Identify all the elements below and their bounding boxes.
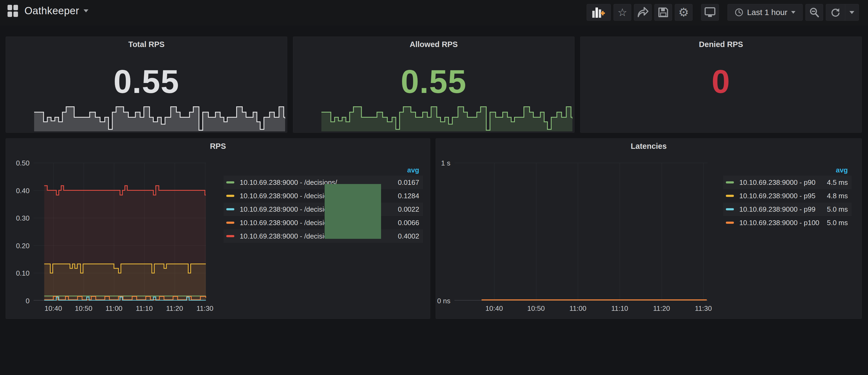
legend-row[interactable]: 10.10.69.238:9000 - p995.0 ms xyxy=(723,202,851,216)
refresh-button-group xyxy=(826,4,859,21)
legend-row[interactable]: 10.10.69.238:9000 - p904.5 ms xyxy=(723,176,851,189)
legend-value: 4.8 ms xyxy=(827,192,848,200)
time-range-label: Last 1 hour xyxy=(747,8,787,17)
panel-title[interactable]: Total RPS xyxy=(6,40,287,49)
x-tick-label: 10:50 xyxy=(527,304,545,313)
legend-value: 5.0 ms xyxy=(827,219,848,227)
zoom-out-icon xyxy=(809,7,819,18)
y-tick-label: 0 xyxy=(6,297,30,305)
y-tick-label: 0.20 xyxy=(6,242,30,250)
legend-series-color[interactable] xyxy=(226,195,234,197)
save-icon xyxy=(658,7,669,18)
panel-title[interactable]: RPS xyxy=(6,142,430,151)
legend-header-avg: avg xyxy=(723,164,851,176)
stat-value: 0.55 xyxy=(293,63,574,100)
y-tick-label: 0.50 xyxy=(6,159,30,167)
star-icon: ☆ xyxy=(618,7,627,18)
legend-label[interactable]: 10.10.69.238:9000 - p100 xyxy=(739,219,822,227)
y-tick-label: 0.30 xyxy=(6,214,30,222)
legend-series-color[interactable] xyxy=(226,208,234,210)
y-tick-label: 0 ns xyxy=(436,297,451,305)
x-tick-label: 11:10 xyxy=(611,304,628,313)
legend-value: 5.0 ms xyxy=(827,205,848,214)
star-button[interactable]: ☆ xyxy=(614,4,631,21)
legend-series-color[interactable] xyxy=(726,222,734,224)
sparkline xyxy=(321,100,572,131)
x-tick-label: 11:20 xyxy=(166,304,183,313)
top-navbar: Oathkeeper ☆ xyxy=(0,0,868,26)
zoom-out-button[interactable] xyxy=(805,4,823,21)
settings-button[interactable]: ⚙ xyxy=(675,4,692,21)
legend-label[interactable]: 10.10.69.238:9000 - p99 xyxy=(739,205,822,214)
dashboard-title[interactable]: Oathkeeper xyxy=(25,5,79,17)
rps-plot-area[interactable] xyxy=(34,163,206,301)
legend-series-color[interactable] xyxy=(726,181,734,184)
panel-denied-rps: Denied RPS 0 xyxy=(580,36,862,133)
legend-row[interactable]: 10.10.69.238:9000 - p1005.0 ms xyxy=(723,216,851,229)
legend-value: 0.1284 xyxy=(398,192,419,200)
dashboard-menu[interactable]: Oathkeeper xyxy=(7,5,88,17)
legend-row[interactable]: 10.10.69.238:9000 - /decisions/0.4002 xyxy=(224,229,423,243)
legend-row[interactable]: 10.10.69.238:9000 - /decisions/0.1284 xyxy=(224,189,423,202)
legend-value: 4.5 ms xyxy=(827,178,848,187)
stat-value: 0.55 xyxy=(6,63,287,100)
x-tick-label: 11:30 xyxy=(695,304,712,313)
add-panel-icon xyxy=(592,6,606,18)
x-tick-label: 11:00 xyxy=(569,304,586,313)
x-tick-label: 11:00 xyxy=(105,304,122,313)
legend-series-color[interactable] xyxy=(226,235,234,237)
chevron-down-icon xyxy=(791,11,796,14)
stat-value: 0 xyxy=(581,63,862,100)
legend-value: 0.4002 xyxy=(398,232,419,241)
latencies-plot-area[interactable] xyxy=(455,163,708,301)
panel-title[interactable]: Allowed RPS xyxy=(293,40,574,49)
legend-label[interactable]: 10.10.69.238:9000 - p95 xyxy=(739,192,822,200)
legend-series-color[interactable] xyxy=(226,222,234,224)
x-tick-label: 11:10 xyxy=(136,304,153,313)
legend-label[interactable]: 10.10.69.238:9000 - p90 xyxy=(739,178,822,187)
legend-series-color[interactable] xyxy=(726,208,734,210)
x-tick-label: 11:20 xyxy=(653,304,670,313)
legend-value: 0.0022 xyxy=(398,205,419,214)
panel-title[interactable]: Denied RPS xyxy=(581,40,862,49)
y-tick-label: 0.40 xyxy=(6,187,30,195)
panel-latencies-graph: Latencies 0 ns1 s 10:4010:5011:0011:1011… xyxy=(436,138,862,319)
time-range-picker[interactable]: Last 1 hour xyxy=(727,4,803,21)
refresh-button[interactable] xyxy=(826,4,845,21)
chevron-down-icon xyxy=(84,9,88,12)
panel-title[interactable]: Latencies xyxy=(436,142,862,151)
panel-allowed-rps: Allowed RPS 0.55 xyxy=(293,36,575,133)
x-tick-label: 10:40 xyxy=(485,304,503,313)
y-tick-label: 1 s xyxy=(436,159,451,167)
x-tick-label: 11:30 xyxy=(196,304,213,313)
legend-series-color[interactable] xyxy=(226,181,234,184)
legend-row[interactable]: 10.10.69.238:9000 - /decisions/0.0022 xyxy=(224,202,423,216)
share-icon xyxy=(637,7,648,18)
x-tick-label: 10:40 xyxy=(44,304,62,313)
add-panel-button[interactable] xyxy=(587,4,611,21)
legend-series-color[interactable] xyxy=(726,195,734,197)
sparkline xyxy=(34,100,285,131)
save-button[interactable] xyxy=(654,4,672,21)
legend-header-avg: avg xyxy=(224,164,423,176)
clock-icon xyxy=(735,8,743,17)
legend-row[interactable]: 10.10.69.238:9000 - p954.8 ms xyxy=(723,189,851,202)
chevron-down-icon xyxy=(849,11,854,14)
share-button[interactable] xyxy=(634,4,652,21)
panel-total-rps: Total RPS 0.55 xyxy=(6,36,287,133)
refresh-interval-dropdown[interactable] xyxy=(845,4,859,21)
tv-icon xyxy=(704,7,716,18)
dashboard-grid-icon xyxy=(7,5,18,17)
tv-mode-button[interactable] xyxy=(701,4,719,21)
legend-row[interactable]: 10.10.69.238:9000 - /decisions/0.0066 xyxy=(224,216,423,229)
gear-icon: ⚙ xyxy=(678,6,689,18)
legend-value: 0.0066 xyxy=(398,219,419,227)
legend-row[interactable]: 10.10.69.238:9000 - /decisions/0.0167 xyxy=(224,176,423,189)
x-tick-label: 10:50 xyxy=(75,304,92,313)
y-tick-label: 0.10 xyxy=(6,269,30,278)
latencies-legend: avg10.10.69.238:9000 - p904.5 ms10.10.69… xyxy=(723,164,851,229)
rps-legend: avg10.10.69.238:9000 - /decisions/0.0167… xyxy=(224,164,423,243)
redaction-overlay xyxy=(324,184,381,239)
refresh-icon xyxy=(830,7,841,18)
legend-value: 0.0167 xyxy=(398,178,419,187)
